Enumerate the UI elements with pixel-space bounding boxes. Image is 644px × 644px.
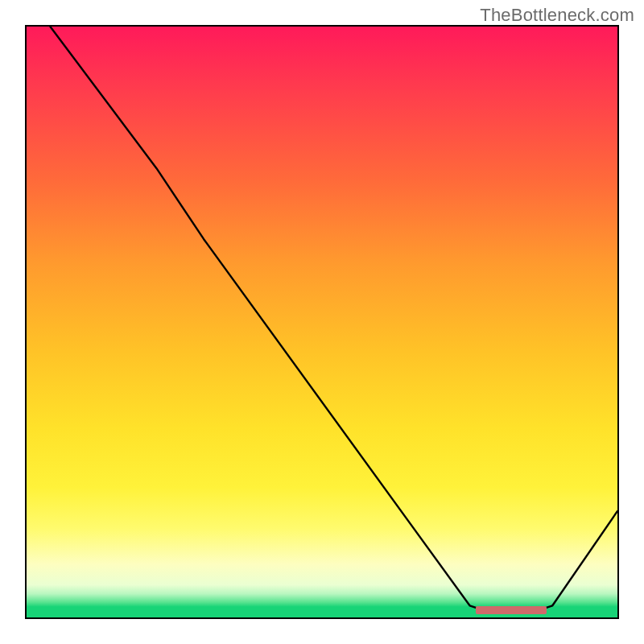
bottleneck-curve bbox=[50, 27, 617, 612]
chart-container: TheBottleneck.com bbox=[0, 0, 644, 644]
plot-outer bbox=[19, 19, 625, 625]
optimal-range-marker bbox=[476, 606, 547, 614]
plot-area bbox=[25, 25, 619, 619]
watermark-label: TheBottleneck.com bbox=[480, 5, 634, 26]
curve-layer bbox=[27, 27, 617, 617]
